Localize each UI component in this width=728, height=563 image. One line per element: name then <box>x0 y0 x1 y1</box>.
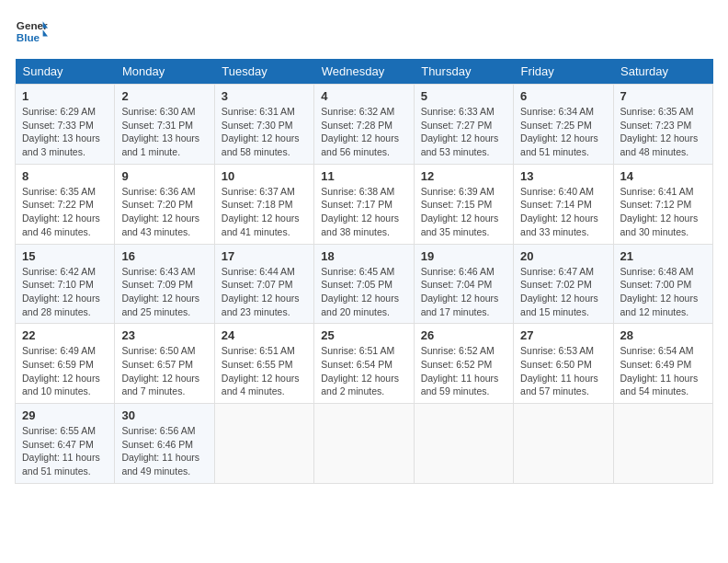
calendar-cell: 2 Sunrise: 6:30 AM Sunset: 7:31 PM Dayli… <box>115 85 214 165</box>
calendar-cell: 14 Sunrise: 6:41 AM Sunset: 7:12 PM Dayl… <box>613 164 712 244</box>
day-info: Sunrise: 6:42 AM Sunset: 7:10 PM Dayligh… <box>22 265 108 319</box>
day-info: Sunrise: 6:46 AM Sunset: 7:04 PM Dayligh… <box>421 265 506 319</box>
page-header: General Blue <box>15 15 713 48</box>
day-info: Sunrise: 6:44 AM Sunset: 7:07 PM Dayligh… <box>222 265 307 319</box>
day-number: 27 <box>520 328 606 342</box>
calendar-cell: 3 Sunrise: 6:31 AM Sunset: 7:30 PM Dayli… <box>214 85 313 165</box>
day-number: 3 <box>222 89 307 103</box>
calendar-cell: 8 Sunrise: 6:35 AM Sunset: 7:22 PM Dayli… <box>16 164 115 244</box>
day-info: Sunrise: 6:53 AM Sunset: 6:50 PM Dayligh… <box>520 344 606 398</box>
day-info: Sunrise: 6:41 AM Sunset: 7:12 PM Dayligh… <box>620 185 706 239</box>
calendar-cell <box>314 404 414 484</box>
day-info: Sunrise: 6:50 AM Sunset: 6:57 PM Dayligh… <box>121 344 207 398</box>
day-info: Sunrise: 6:55 AM Sunset: 6:47 PM Dayligh… <box>22 424 108 478</box>
calendar-week-1: 1 Sunrise: 6:29 AM Sunset: 7:33 PM Dayli… <box>16 85 713 165</box>
day-number: 20 <box>520 249 606 263</box>
day-info: Sunrise: 6:34 AM Sunset: 7:25 PM Dayligh… <box>520 105 606 159</box>
day-header-thursday: Thursday <box>414 59 513 85</box>
calendar-cell: 20 Sunrise: 6:47 AM Sunset: 7:02 PM Dayl… <box>514 244 613 324</box>
day-header-tuesday: Tuesday <box>214 59 313 85</box>
day-info: Sunrise: 6:47 AM Sunset: 7:02 PM Dayligh… <box>520 265 606 319</box>
day-info: Sunrise: 6:52 AM Sunset: 6:52 PM Dayligh… <box>421 344 506 398</box>
calendar-cell: 4 Sunrise: 6:32 AM Sunset: 7:28 PM Dayli… <box>314 85 414 165</box>
logo: General Blue <box>15 15 48 48</box>
day-info: Sunrise: 6:43 AM Sunset: 7:09 PM Dayligh… <box>121 265 207 319</box>
calendar-cell: 23 Sunrise: 6:50 AM Sunset: 6:57 PM Dayl… <box>115 324 214 404</box>
day-header-friday: Friday <box>514 59 613 85</box>
calendar-cell: 21 Sunrise: 6:48 AM Sunset: 7:00 PM Dayl… <box>613 244 712 324</box>
day-number: 29 <box>22 408 108 422</box>
day-info: Sunrise: 6:29 AM Sunset: 7:33 PM Dayligh… <box>22 105 108 159</box>
day-number: 8 <box>22 169 108 183</box>
calendar-cell: 17 Sunrise: 6:44 AM Sunset: 7:07 PM Dayl… <box>214 244 313 324</box>
day-number: 6 <box>520 89 606 103</box>
calendar-cell: 11 Sunrise: 6:38 AM Sunset: 7:17 PM Dayl… <box>314 164 414 244</box>
day-number: 24 <box>222 328 307 342</box>
day-info: Sunrise: 6:48 AM Sunset: 7:00 PM Dayligh… <box>620 265 706 319</box>
day-number: 25 <box>321 328 406 342</box>
day-info: Sunrise: 6:40 AM Sunset: 7:14 PM Dayligh… <box>520 185 606 239</box>
day-number: 11 <box>321 169 406 183</box>
calendar-cell: 5 Sunrise: 6:33 AM Sunset: 7:27 PM Dayli… <box>414 85 513 165</box>
day-info: Sunrise: 6:36 AM Sunset: 7:20 PM Dayligh… <box>121 185 207 239</box>
calendar-cell: 29 Sunrise: 6:55 AM Sunset: 6:47 PM Dayl… <box>16 404 115 484</box>
calendar-cell <box>613 404 712 484</box>
day-info: Sunrise: 6:51 AM Sunset: 6:55 PM Dayligh… <box>222 344 307 398</box>
day-info: Sunrise: 6:38 AM Sunset: 7:17 PM Dayligh… <box>321 185 406 239</box>
day-header-wednesday: Wednesday <box>314 59 414 85</box>
calendar-week-5: 29 Sunrise: 6:55 AM Sunset: 6:47 PM Dayl… <box>16 404 713 484</box>
day-number: 5 <box>421 89 506 103</box>
logo-icon: General Blue <box>15 15 48 48</box>
calendar-table: SundayMondayTuesdayWednesdayThursdayFrid… <box>15 59 713 484</box>
day-number: 28 <box>620 328 706 342</box>
svg-text:Blue: Blue <box>17 31 40 43</box>
calendar-cell: 30 Sunrise: 6:56 AM Sunset: 6:46 PM Dayl… <box>115 404 214 484</box>
day-number: 19 <box>421 249 506 263</box>
day-info: Sunrise: 6:35 AM Sunset: 7:23 PM Dayligh… <box>620 105 706 159</box>
calendar-cell <box>514 404 613 484</box>
calendar-cell: 22 Sunrise: 6:49 AM Sunset: 6:59 PM Dayl… <box>16 324 115 404</box>
calendar-week-3: 15 Sunrise: 6:42 AM Sunset: 7:10 PM Dayl… <box>16 244 713 324</box>
calendar-cell: 16 Sunrise: 6:43 AM Sunset: 7:09 PM Dayl… <box>115 244 214 324</box>
day-number: 12 <box>421 169 506 183</box>
day-info: Sunrise: 6:45 AM Sunset: 7:05 PM Dayligh… <box>321 265 406 319</box>
day-number: 17 <box>222 249 307 263</box>
calendar-week-4: 22 Sunrise: 6:49 AM Sunset: 6:59 PM Dayl… <box>16 324 713 404</box>
day-info: Sunrise: 6:33 AM Sunset: 7:27 PM Dayligh… <box>421 105 506 159</box>
day-info: Sunrise: 6:32 AM Sunset: 7:28 PM Dayligh… <box>321 105 406 159</box>
calendar-cell: 12 Sunrise: 6:39 AM Sunset: 7:15 PM Dayl… <box>414 164 513 244</box>
calendar-cell: 28 Sunrise: 6:54 AM Sunset: 6:49 PM Dayl… <box>613 324 712 404</box>
day-header-monday: Monday <box>115 59 214 85</box>
calendar-cell: 18 Sunrise: 6:45 AM Sunset: 7:05 PM Dayl… <box>314 244 414 324</box>
day-info: Sunrise: 6:35 AM Sunset: 7:22 PM Dayligh… <box>22 185 108 239</box>
calendar-cell: 9 Sunrise: 6:36 AM Sunset: 7:20 PM Dayli… <box>115 164 214 244</box>
day-info: Sunrise: 6:51 AM Sunset: 6:54 PM Dayligh… <box>321 344 406 398</box>
calendar-cell: 6 Sunrise: 6:34 AM Sunset: 7:25 PM Dayli… <box>514 85 613 165</box>
calendar-cell: 19 Sunrise: 6:46 AM Sunset: 7:04 PM Dayl… <box>414 244 513 324</box>
calendar-cell: 13 Sunrise: 6:40 AM Sunset: 7:14 PM Dayl… <box>514 164 613 244</box>
calendar-cell <box>414 404 513 484</box>
day-number: 2 <box>121 89 207 103</box>
day-info: Sunrise: 6:49 AM Sunset: 6:59 PM Dayligh… <box>22 344 108 398</box>
day-number: 30 <box>121 408 207 422</box>
day-info: Sunrise: 6:56 AM Sunset: 6:46 PM Dayligh… <box>121 424 207 478</box>
day-number: 23 <box>121 328 207 342</box>
day-number: 22 <box>22 328 108 342</box>
day-number: 14 <box>620 169 706 183</box>
day-info: Sunrise: 6:31 AM Sunset: 7:30 PM Dayligh… <box>222 105 307 159</box>
day-info: Sunrise: 6:54 AM Sunset: 6:49 PM Dayligh… <box>620 344 706 398</box>
day-number: 15 <box>22 249 108 263</box>
day-number: 21 <box>620 249 706 263</box>
day-header-saturday: Saturday <box>613 59 712 85</box>
day-number: 18 <box>321 249 406 263</box>
day-number: 9 <box>121 169 207 183</box>
day-number: 26 <box>421 328 506 342</box>
calendar-cell <box>214 404 313 484</box>
calendar-cell: 24 Sunrise: 6:51 AM Sunset: 6:55 PM Dayl… <box>214 324 313 404</box>
day-number: 7 <box>620 89 706 103</box>
calendar-cell: 1 Sunrise: 6:29 AM Sunset: 7:33 PM Dayli… <box>16 85 115 165</box>
day-number: 16 <box>121 249 207 263</box>
calendar-cell: 7 Sunrise: 6:35 AM Sunset: 7:23 PM Dayli… <box>613 85 712 165</box>
calendar-cell: 26 Sunrise: 6:52 AM Sunset: 6:52 PM Dayl… <box>414 324 513 404</box>
calendar-cell: 15 Sunrise: 6:42 AM Sunset: 7:10 PM Dayl… <box>16 244 115 324</box>
